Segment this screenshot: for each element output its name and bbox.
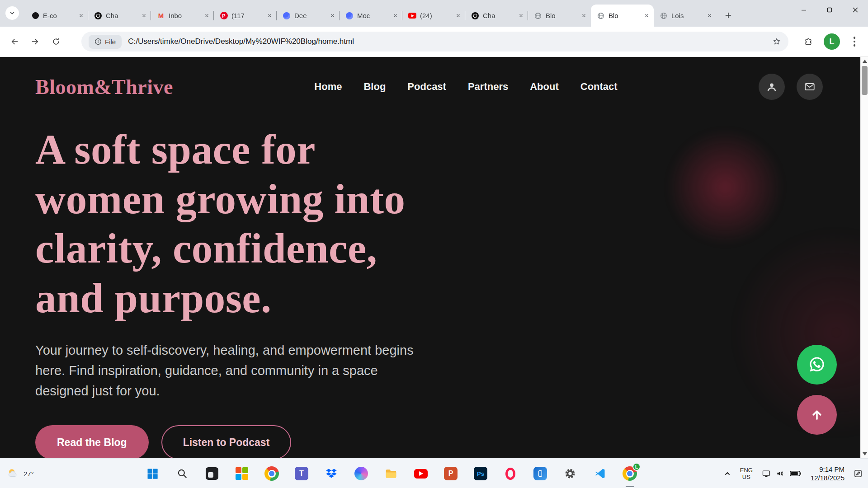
tray-status-icons[interactable]	[762, 469, 802, 478]
extensions-button[interactable]	[798, 32, 818, 52]
back-button[interactable]	[5, 32, 24, 52]
tab-close-button[interactable]	[140, 11, 148, 20]
nav-home[interactable]: Home	[314, 81, 342, 93]
tab-deepseek-1[interactable]: Dee	[277, 5, 340, 27]
tab-search-button[interactable]	[5, 6, 19, 20]
account-button[interactable]	[759, 74, 785, 100]
browser-menu-button[interactable]	[845, 32, 863, 52]
reload-button[interactable]	[46, 32, 66, 52]
maximize-button[interactable]	[816, 0, 842, 20]
scroll-top-button[interactable]	[797, 395, 837, 435]
tab-close-button[interactable]	[517, 11, 525, 20]
tab-title: Cha	[483, 12, 513, 19]
phone-link-button[interactable]	[525, 459, 555, 488]
vscode-button[interactable]	[585, 459, 615, 488]
tab-close-button[interactable]	[328, 11, 337, 20]
tab-lois[interactable]: Lois	[654, 5, 717, 27]
file-explorer-button[interactable]	[376, 459, 406, 488]
whatsapp-button[interactable]	[797, 345, 837, 385]
gmail-favicon: M	[157, 12, 165, 20]
tray-overflow-chevron[interactable]	[724, 470, 731, 477]
system-tray: ENG US 9:14 PM 12/18/2025	[724, 459, 863, 488]
teams-button[interactable]: T	[287, 459, 316, 488]
tab-close-button[interactable]	[454, 11, 462, 20]
language-switcher[interactable]: ENG US	[740, 467, 753, 480]
new-tab-button[interactable]	[721, 8, 736, 23]
weather-widget[interactable]: 27°	[6, 459, 34, 488]
nav-blog[interactable]: Blog	[363, 81, 386, 93]
bookmark-star-icon[interactable]	[772, 37, 781, 46]
opera-icon	[505, 468, 515, 480]
tab-close-button[interactable]	[203, 11, 211, 20]
tab-close-button[interactable]	[77, 11, 85, 20]
close-button[interactable]	[842, 0, 868, 20]
nav-podcast[interactable]: Podcast	[407, 81, 446, 93]
mail-icon	[804, 81, 816, 93]
address-bar[interactable]: File C:/Users/timke/OneDrive/Desktop/My%…	[81, 32, 788, 52]
nav-partners[interactable]: Partners	[468, 81, 508, 93]
chrome-button[interactable]	[257, 459, 287, 488]
tab-blog-active[interactable]: Blo	[591, 5, 654, 27]
background-glow	[666, 128, 784, 246]
tab-close-button[interactable]	[642, 11, 651, 20]
sun-cloud-icon	[6, 467, 20, 480]
tab-ecommerce[interactable]: E-co	[25, 5, 88, 27]
youtube-button[interactable]	[406, 459, 436, 488]
tab-close-button[interactable]	[580, 11, 588, 20]
pen-input-icon[interactable]	[854, 469, 863, 478]
hero-line: clarity, confidence,	[35, 224, 405, 273]
minimize-button[interactable]	[791, 0, 816, 20]
page-scrollbar[interactable]	[860, 57, 868, 458]
forward-button[interactable]	[25, 32, 45, 52]
speaker-icon	[776, 469, 785, 478]
powerpoint-button[interactable]: P	[436, 459, 466, 488]
site-dark-favicon	[31, 12, 39, 20]
globe-favicon	[660, 12, 668, 20]
tab-blog-1[interactable]: Blo	[528, 5, 591, 27]
tab-chatgpt-2[interactable]: Cha	[465, 5, 528, 27]
nav-about[interactable]: About	[530, 81, 559, 93]
tab-close-button[interactable]	[265, 11, 274, 20]
microsoft-store-button[interactable]	[227, 459, 257, 488]
tab-close-button[interactable]	[391, 11, 400, 20]
info-icon	[94, 38, 102, 45]
chatgpt-favicon	[94, 12, 102, 20]
hero-line: women growing into	[35, 174, 405, 224]
listen-podcast-button[interactable]: Listen to Podcast	[161, 425, 292, 458]
tab-chatgpt-1[interactable]: Cha	[88, 5, 151, 27]
chip-label: File	[105, 38, 116, 46]
site-logo[interactable]: Bloom&Thrive	[35, 75, 173, 99]
copilot-button[interactable]	[346, 459, 376, 488]
tab-pinterest[interactable]: P (117	[214, 5, 277, 27]
settings-button[interactable]	[555, 459, 585, 488]
forward-arrow-icon	[31, 37, 40, 46]
photoshop-button[interactable]: Ps	[466, 459, 495, 488]
phone-link-icon	[533, 467, 547, 480]
tab-close-button[interactable]	[705, 11, 714, 20]
reload-icon	[52, 37, 61, 46]
taskbar-apps: T P Ps L	[137, 459, 645, 488]
tab-youtube[interactable]: (24)	[402, 5, 465, 27]
dropbox-button[interactable]	[316, 459, 346, 488]
teams-icon: T	[295, 467, 308, 480]
tab-deepseek-2[interactable]: Moc	[340, 5, 402, 27]
profile-avatar[interactable]: L	[824, 33, 840, 50]
mail-button[interactable]	[797, 74, 823, 100]
start-button[interactable]	[137, 459, 167, 488]
opera-button[interactable]	[495, 459, 525, 488]
chrome-active-button[interactable]: L	[615, 459, 645, 488]
read-blog-button[interactable]: Read the Blog	[35, 425, 149, 458]
scrollbar-up-arrow[interactable]	[861, 57, 868, 65]
youtube-icon	[414, 469, 428, 479]
scrollbar-down-arrow[interactable]	[861, 450, 868, 458]
clock[interactable]: 9:14 PM 12/18/2025	[811, 465, 844, 482]
site-header: Bloom&Thrive Home Blog Podcast Partners …	[0, 57, 868, 117]
tab-gmail-inbox[interactable]: M Inbo	[151, 5, 214, 27]
nav-contact[interactable]: Contact	[580, 81, 618, 93]
file-chip[interactable]: File	[89, 35, 122, 49]
scrollbar-thumb[interactable]	[862, 66, 868, 95]
chrome-icon	[264, 466, 279, 481]
taskbar-search[interactable]	[167, 459, 197, 488]
globe-favicon	[534, 12, 542, 20]
task-view-button[interactable]	[197, 459, 227, 488]
